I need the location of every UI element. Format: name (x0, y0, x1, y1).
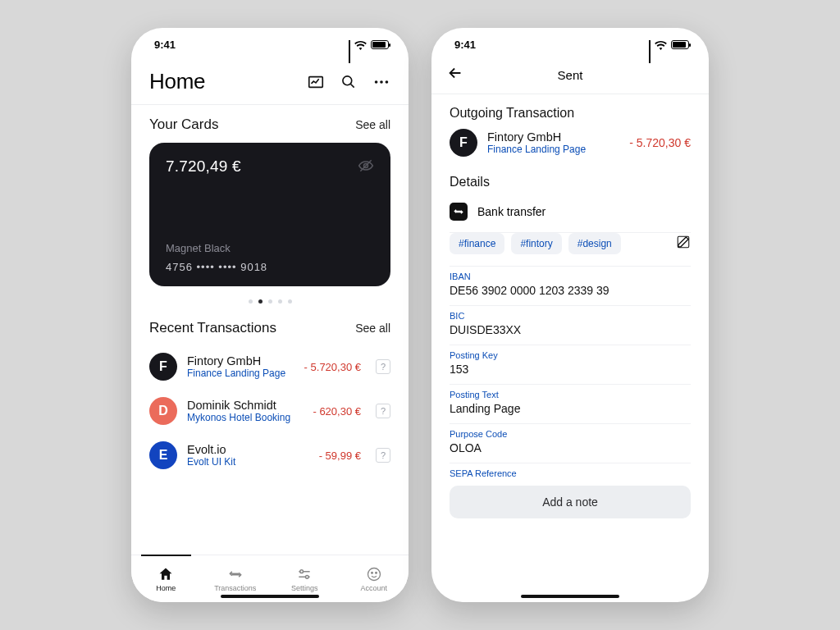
svg-point-6 (300, 569, 304, 573)
transfer-type-row: Bank transfer (431, 198, 709, 232)
see-all-cards-link[interactable]: See all (355, 118, 390, 131)
battery-icon (671, 40, 689, 49)
posting-text-value: Landing Page (450, 402, 691, 415)
posting-key-label: Posting Key (450, 350, 691, 360)
hide-balance-icon[interactable] (358, 158, 374, 177)
iban-label: IBAN (450, 272, 691, 281)
sepa-reference-label: SEPA Reference (450, 468, 691, 478)
avatar: F (149, 353, 177, 381)
account-icon (366, 566, 382, 582)
transaction-row[interactable]: E Evolt.io Evolt UI Kit - 59,99 € ? (149, 433, 390, 477)
details-label: Details (431, 170, 709, 198)
transaction-row[interactable]: D Dominik Schmidt Mykonos Hotel Booking … (149, 389, 390, 433)
bank-transfer-icon (450, 203, 468, 221)
status-icons (349, 40, 389, 49)
status-bar: 9:41 (131, 28, 409, 56)
info-icon[interactable]: ? (376, 448, 390, 463)
avatar: D (149, 397, 177, 425)
search-icon[interactable] (340, 73, 358, 91)
svg-point-4 (386, 80, 389, 84)
posting-key-value: 153 (450, 363, 691, 376)
transaction-subtitle: Mykonos Hotel Booking (187, 412, 303, 423)
transaction-amount: - 5.720,30 € (304, 361, 361, 373)
status-icons (649, 40, 689, 49)
see-all-transactions-link[interactable]: See all (355, 322, 390, 335)
svg-point-9 (371, 572, 372, 573)
card-widget[interactable]: 7.720,49 € Magnet Black 4756 •••• •••• 9… (149, 143, 390, 286)
home-indicator[interactable] (221, 595, 319, 598)
bic-label: BIC (450, 311, 691, 321)
card-balance: 7.720,49 € (166, 158, 374, 176)
transaction-subtitle: Evolt UI Kit (187, 456, 309, 468)
tab-home[interactable]: Home (131, 555, 201, 602)
posting-text-label: Posting Text (450, 390, 691, 399)
status-bar: 9:41 (431, 28, 709, 56)
edit-tags-button[interactable] (676, 235, 691, 253)
svg-point-10 (375, 572, 377, 573)
svg-point-8 (368, 568, 380, 580)
transaction-row[interactable]: F Fintory GmbH Finance Landing Page - 5.… (149, 345, 390, 389)
wifi-icon (354, 40, 367, 49)
home-content: Your Cards See all 7.720,49 € Magnet Bla… (131, 105, 409, 602)
tab-account[interactable]: Account (340, 555, 409, 602)
tag-chip[interactable]: #design (568, 233, 621, 254)
transaction-name: Fintory GmbH (187, 354, 294, 368)
transaction-summary: F Fintory GmbH Finance Landing Page - 5.… (431, 129, 709, 170)
avatar: F (450, 129, 477, 157)
status-time: 9:41 (454, 39, 476, 51)
tag-chip[interactable]: #finance (450, 233, 504, 254)
nav-bar: Home (131, 56, 409, 104)
nav-actions (307, 73, 390, 91)
iban-value: DE56 3902 0000 1203 2339 39 (450, 284, 691, 297)
home-indicator[interactable] (521, 595, 619, 598)
tab-label: Transactions (214, 584, 256, 592)
tag-chip[interactable]: #fintory (511, 233, 561, 254)
detail-content: Outgoing Transaction F Fintory GmbH Fina… (431, 94, 709, 602)
svg-point-1 (343, 75, 352, 84)
your-cards-label: Your Cards (149, 116, 218, 133)
card-number: 4756 •••• •••• 9018 (166, 261, 374, 273)
svg-point-7 (306, 575, 309, 578)
edit-icon (676, 235, 691, 249)
home-screen: 9:41 Home Your Cards See all (131, 28, 409, 602)
settings-icon (296, 566, 313, 582)
cellular-icon (649, 40, 651, 49)
svg-point-2 (375, 80, 378, 84)
card-pager[interactable] (131, 294, 409, 308)
transaction-amount: - 5.720,30 € (629, 136, 691, 149)
transaction-name: Dominik Schmidt (187, 399, 303, 412)
transactions-icon (227, 566, 244, 582)
transaction-name: Fintory GmbH (487, 130, 619, 144)
tab-label: Account (360, 584, 387, 592)
screen-title: Sent (431, 68, 709, 82)
svg-point-3 (380, 80, 383, 84)
cellular-icon (349, 40, 350, 49)
info-icon[interactable]: ? (376, 359, 390, 374)
wifi-icon (655, 40, 667, 49)
add-note-button[interactable]: Add a note (450, 486, 691, 518)
transfer-type: Bank transfer (477, 205, 546, 218)
info-icon[interactable]: ? (376, 404, 390, 418)
outgoing-transaction-label: Outgoing Transaction (431, 94, 709, 129)
page-title: Home (149, 69, 205, 94)
transaction-subtitle: Finance Landing Page (187, 368, 294, 379)
bic-value: DUISDE33XX (450, 323, 691, 336)
purpose-code-label: Purpose Code (450, 429, 691, 439)
battery-icon (371, 40, 389, 49)
home-icon (158, 566, 174, 582)
status-time: 9:41 (154, 39, 176, 51)
transaction-subtitle: Finance Landing Page (487, 144, 619, 155)
avatar: E (149, 441, 177, 469)
transaction-amount: - 59,99 € (319, 450, 361, 462)
transaction-name: Evolt.io (187, 443, 309, 456)
card-name: Magnet Black (166, 242, 374, 254)
detail-nav: Sent (431, 56, 709, 94)
tab-label: Home (156, 584, 176, 592)
chart-icon[interactable] (307, 73, 325, 91)
purpose-code-value: OLOA (450, 441, 691, 454)
tab-label: Settings (291, 584, 318, 592)
transaction-detail-screen: 9:41 Sent Outgoing Transaction F Fintory… (431, 28, 709, 602)
recent-transactions-label: Recent Transactions (149, 320, 276, 336)
transaction-amount: - 620,30 € (313, 405, 361, 418)
more-icon[interactable] (372, 73, 390, 91)
